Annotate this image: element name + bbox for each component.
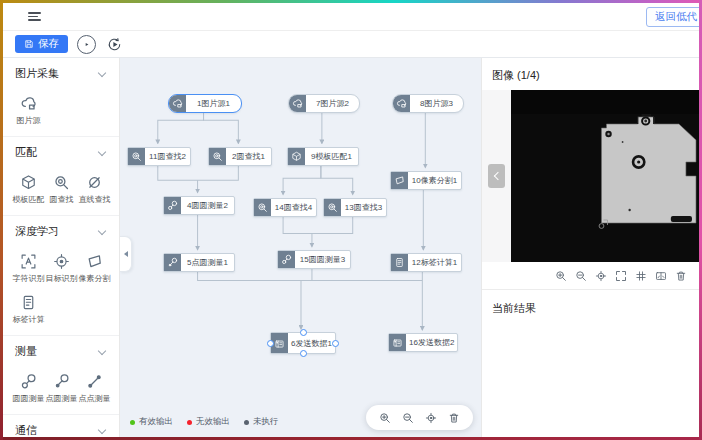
flow-node-measure-pc-1[interactable]: 5点圆测量1 xyxy=(163,253,235,272)
back-to-lowcode-button[interactable]: 返回低代 xyxy=(646,7,699,27)
frame-border-top xyxy=(0,0,702,3)
sidebar-item-measure-pp[interactable]: 点点测量 xyxy=(78,373,111,404)
tool-sidebar: 图片采集 图片源 匹配 xyxy=(3,58,120,437)
app-window: 返回低代 保存 图片采集 xyxy=(0,0,702,440)
cloud-image-icon xyxy=(169,95,186,112)
node-handle-right[interactable] xyxy=(332,340,339,347)
sidebar-item-line-find[interactable]: 直线查找 xyxy=(78,174,111,205)
play-loop-icon xyxy=(107,37,122,52)
save-button[interactable]: 保存 xyxy=(15,35,68,53)
image-viewer xyxy=(482,90,699,262)
chevron-left-icon xyxy=(493,172,501,180)
section-header-image-capture[interactable]: 图片采集 xyxy=(3,58,119,83)
send-data-icon xyxy=(389,334,406,351)
sidebar-item-object-detect[interactable]: 目标识别 xyxy=(45,253,78,284)
image-panel-title: 图像 (1/4) xyxy=(482,58,699,90)
zoom-out-icon[interactable] xyxy=(402,412,414,424)
measure-point-point-icon xyxy=(86,373,103,390)
chevron-down-icon xyxy=(98,226,106,234)
section-communication: 通信 xyxy=(3,414,119,437)
cube-icon xyxy=(20,174,37,191)
ocr-icon xyxy=(20,253,37,270)
flow-node-circle-find-2[interactable]: 11圆查找2 xyxy=(127,147,191,166)
image-nav-strip xyxy=(482,90,511,262)
section-measure: 测量 圆圆测量 点圆测量 点点测量 xyxy=(3,335,119,414)
trash-icon[interactable] xyxy=(448,412,460,424)
locate-icon[interactable] xyxy=(595,270,607,282)
sidebar-collapse-handle[interactable] xyxy=(120,236,132,272)
flow-node-measure-cc-3[interactable]: 15圆圆测量3 xyxy=(277,250,351,269)
save-icon xyxy=(24,39,34,49)
measure-point-circle-icon xyxy=(53,373,70,390)
chevron-down-icon xyxy=(98,147,106,155)
flow-node-label-calc-1[interactable]: 12标签计算1 xyxy=(390,253,462,272)
flow-node-send-data-2[interactable]: 16发送数据2 xyxy=(388,333,458,352)
section-header-match[interactable]: 匹配 xyxy=(3,137,119,162)
prev-image-button[interactable] xyxy=(488,164,505,188)
measure-circle-circle-icon xyxy=(278,251,295,268)
zoom-in-icon[interactable] xyxy=(555,270,567,282)
node-handle-left[interactable] xyxy=(267,340,274,347)
flow-node-image-source-2[interactable]: 7图片源2 xyxy=(288,94,360,113)
circle-find-icon xyxy=(254,199,271,216)
zoom-out-icon[interactable] xyxy=(575,270,587,282)
top-bar: 返回低代 xyxy=(3,3,699,31)
flow-node-pixel-seg-1[interactable]: 10像素分割1 xyxy=(390,171,462,190)
section-deep-learning: 深度学习 字符识别 目标识别 像素分割 xyxy=(3,215,119,335)
label-calc-icon xyxy=(20,294,37,311)
pixel-seg-icon xyxy=(391,172,408,189)
sidebar-item-pixel-seg[interactable]: 像素分割 xyxy=(78,253,111,284)
save-label: 保存 xyxy=(38,37,59,51)
valid-output-dot xyxy=(130,420,135,425)
menu-icon[interactable] xyxy=(28,12,41,21)
pixel-seg-icon xyxy=(86,253,103,270)
node-handle-bottom[interactable] xyxy=(300,350,307,357)
circle-find-icon xyxy=(128,148,145,165)
measure-point-circle-icon xyxy=(164,254,181,271)
node-handle-top[interactable] xyxy=(300,329,307,336)
flow-node-image-source-3[interactable]: 8图片源3 xyxy=(392,94,464,113)
flow-node-measure-cc-2[interactable]: 4圆圆测量2 xyxy=(163,196,235,215)
chevron-down-icon xyxy=(98,425,106,433)
label-calc-icon xyxy=(391,254,408,271)
run-button[interactable] xyxy=(77,35,96,54)
sidebar-item-measure-pc[interactable]: 点圆测量 xyxy=(45,373,78,404)
flow-node-circle-find-4[interactable]: 14圆查找4 xyxy=(253,198,317,217)
section-header-deep-learning[interactable]: 深度学习 xyxy=(3,216,119,241)
trash-icon[interactable] xyxy=(675,270,687,282)
sidebar-item-ocr[interactable]: 字符识别 xyxy=(12,253,45,284)
circle-find-icon xyxy=(324,199,341,216)
sidebar-item-circle-find[interactable]: 圆查找 xyxy=(45,174,78,205)
zoom-in-icon[interactable] xyxy=(379,412,391,424)
cube-icon xyxy=(288,148,305,165)
cloud-image-icon xyxy=(20,95,37,112)
not-executed-dot xyxy=(244,420,249,425)
flow-node-circle-find-3[interactable]: 13圆查找3 xyxy=(323,198,387,217)
compare-icon[interactable] xyxy=(655,270,667,282)
flow-edges xyxy=(120,58,481,437)
sidebar-item-measure-cc[interactable]: 圆圆测量 xyxy=(12,373,45,404)
grid-icon[interactable] xyxy=(635,270,647,282)
flow-node-send-data-1[interactable]: 6发送数据1 xyxy=(270,332,336,354)
cloud-image-icon xyxy=(289,95,306,112)
locate-icon[interactable] xyxy=(425,412,437,424)
chevron-down-icon xyxy=(98,68,106,76)
flow-canvas[interactable]: 1图片源1 7图片源2 8图片源3 11圆查找2 2圆查找1 xyxy=(120,58,481,437)
sidebar-item-image-source[interactable]: 图片源 xyxy=(12,95,45,126)
current-results-title: 当前结果 xyxy=(482,290,699,327)
run-loop-button[interactable] xyxy=(105,35,124,54)
section-header-communication[interactable]: 通信 xyxy=(3,415,119,437)
flow-node-template-match-1[interactable]: 9模板匹配1 xyxy=(287,147,359,166)
sidebar-item-template-match[interactable]: 模板匹配 xyxy=(12,174,45,205)
invalid-output-dot xyxy=(187,420,192,425)
fullscreen-icon[interactable] xyxy=(615,270,627,282)
circle-find-icon xyxy=(209,148,226,165)
status-legend: 有效输出 无效输出 未执行 xyxy=(130,416,279,428)
flow-node-circle-find-1[interactable]: 2圆查找1 xyxy=(208,147,272,166)
sidebar-item-label-calc[interactable]: 标签计算 xyxy=(12,294,45,325)
circle-find-icon xyxy=(53,174,70,191)
section-match: 匹配 模板匹配 圆查找 直线查找 xyxy=(3,136,119,215)
section-image-capture: 图片采集 图片源 xyxy=(3,58,119,136)
section-header-measure[interactable]: 测量 xyxy=(3,336,119,361)
flow-node-image-source-1[interactable]: 1图片源1 xyxy=(168,94,242,113)
